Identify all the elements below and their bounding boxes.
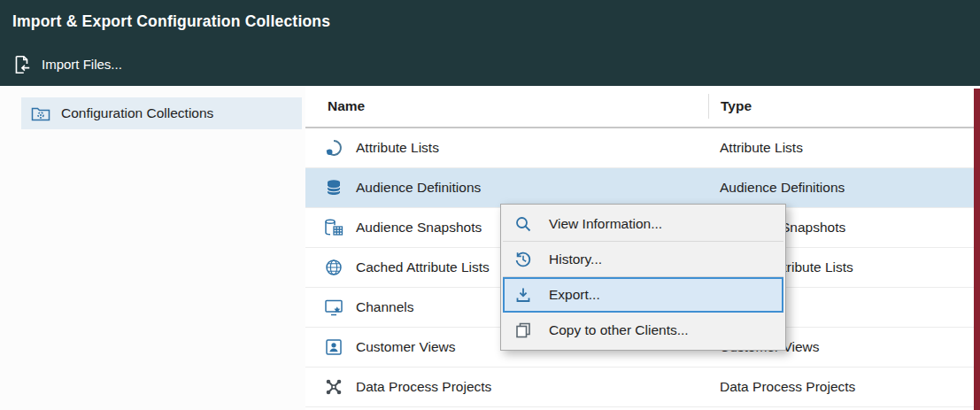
row-type-cell: Data Process Projects bbox=[708, 379, 980, 395]
cached-attribute-lists-icon bbox=[323, 257, 344, 278]
main-content: Configuration Collections Name Type Attr… bbox=[0, 86, 980, 410]
row-name-label: Audience Snapshots bbox=[356, 220, 482, 236]
history-icon bbox=[513, 249, 534, 270]
row-type-cell: Audience Definitions bbox=[708, 180, 980, 196]
title-row: Import & Export Configuration Collection… bbox=[0, 0, 980, 43]
folder-gear-icon bbox=[30, 103, 51, 124]
row-type-cell: Attribute Lists bbox=[708, 140, 980, 156]
column-header-type[interactable]: Type bbox=[708, 94, 980, 119]
export-icon bbox=[513, 284, 534, 306]
row-name-cell: Audience Definitions bbox=[305, 177, 708, 198]
customer-views-icon bbox=[323, 337, 344, 358]
vertical-scrollbar[interactable] bbox=[974, 89, 980, 410]
table-row[interactable]: Attribute Lists Attribute Lists bbox=[305, 128, 980, 168]
context-menu: View Information... History... bbox=[500, 204, 786, 351]
row-name-label: Audience Definitions bbox=[356, 180, 481, 196]
audience-snapshots-icon bbox=[323, 217, 344, 238]
audience-definitions-icon bbox=[323, 177, 344, 198]
menu-item-history[interactable]: History... bbox=[503, 242, 783, 277]
table-row[interactable]: Audience Definitions Audience Definition… bbox=[305, 168, 980, 208]
menu-item-copy-to-other-clients[interactable]: Copy to other Clients... bbox=[503, 313, 783, 348]
menu-item-label: Copy to other Clients... bbox=[549, 322, 689, 338]
menu-item-export[interactable]: Export... bbox=[503, 277, 783, 313]
menu-item-label: View Information... bbox=[549, 216, 662, 232]
import-files-icon bbox=[11, 54, 32, 75]
attribute-lists-icon bbox=[323, 137, 344, 159]
row-name-label: Attribute Lists bbox=[356, 140, 439, 156]
row-name-label: Customer Views bbox=[356, 339, 456, 355]
table-row[interactable]: Data Process Projects Data Process Proje… bbox=[305, 367, 980, 407]
app-window: Import & Export Configuration Collection… bbox=[0, 0, 980, 410]
import-files-label: Import Files... bbox=[42, 57, 122, 72]
column-header-name[interactable]: Name bbox=[305, 98, 708, 114]
sidebar-item-configuration-collections[interactable]: Configuration Collections bbox=[21, 97, 302, 129]
data-process-projects-icon bbox=[323, 376, 344, 398]
collections-table: Name Type Attribute Lists Attribute List… bbox=[305, 86, 980, 410]
menu-item-label: History... bbox=[549, 251, 602, 267]
search-icon bbox=[513, 213, 534, 235]
row-name-label: Data Process Projects bbox=[356, 379, 491, 395]
row-name-label: Cached Attribute Lists bbox=[356, 259, 490, 275]
page-title: Import & Export Configuration Collection… bbox=[12, 12, 330, 31]
sidebar-item-label: Configuration Collections bbox=[61, 105, 213, 121]
copy-icon bbox=[513, 320, 534, 341]
row-name-label: Channels bbox=[356, 299, 414, 315]
row-name-cell: Data Process Projects bbox=[305, 376, 708, 398]
sidebar: Configuration Collections bbox=[0, 86, 305, 410]
channels-icon bbox=[323, 297, 344, 318]
menu-item-view-information[interactable]: View Information... bbox=[503, 206, 783, 242]
import-files-button[interactable]: Import Files... bbox=[0, 43, 980, 86]
app-header: Import & Export Configuration Collection… bbox=[0, 0, 980, 86]
table-header-row: Name Type bbox=[305, 86, 980, 128]
menu-item-label: Export... bbox=[549, 287, 600, 303]
row-name-cell: Attribute Lists bbox=[305, 137, 708, 159]
